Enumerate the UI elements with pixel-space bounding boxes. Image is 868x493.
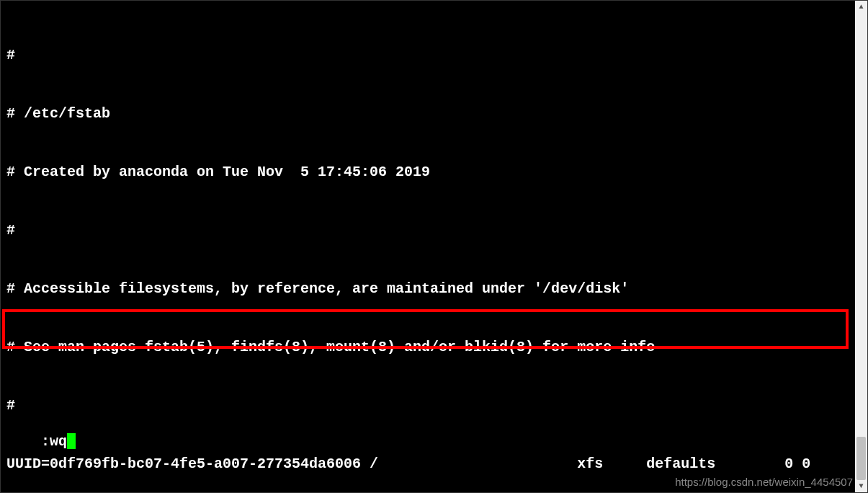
cursor-icon [67,433,76,449]
fstab-comment-line: # [6,45,862,65]
fstab-comment-line: # Created by anaconda on Tue Nov 5 17:45… [6,162,862,182]
scroll-up-arrow-icon[interactable]: ▲ [855,1,867,13]
terminal-window[interactable]: # # /etc/fstab # Created by anaconda on … [1,1,867,492]
watermark-text: https://blog.csdn.net/weixin_4454507 [675,476,853,488]
vertical-scrollbar[interactable]: ▲ ▼ [855,1,867,492]
scrollbar-thumb[interactable] [856,437,866,480]
fstab-comment-line: # Accessible filesystems, by reference, … [6,279,862,298]
vim-command-text: :wq [41,433,67,450]
fstab-comment-line: # [6,221,862,240]
fstab-comment-line: # /etc/fstab [6,104,862,123]
vim-command-line[interactable]: :wq [6,412,76,471]
fstab-entry-root: UUID=0df769fb-bc07-4fe5-a007-277354da600… [6,454,862,474]
scroll-down-arrow-icon[interactable]: ▼ [855,480,867,492]
fstab-comment-line: # See man pages fstab(5), findfs(8), mou… [6,337,862,357]
fstab-comment-line: # [6,396,862,415]
